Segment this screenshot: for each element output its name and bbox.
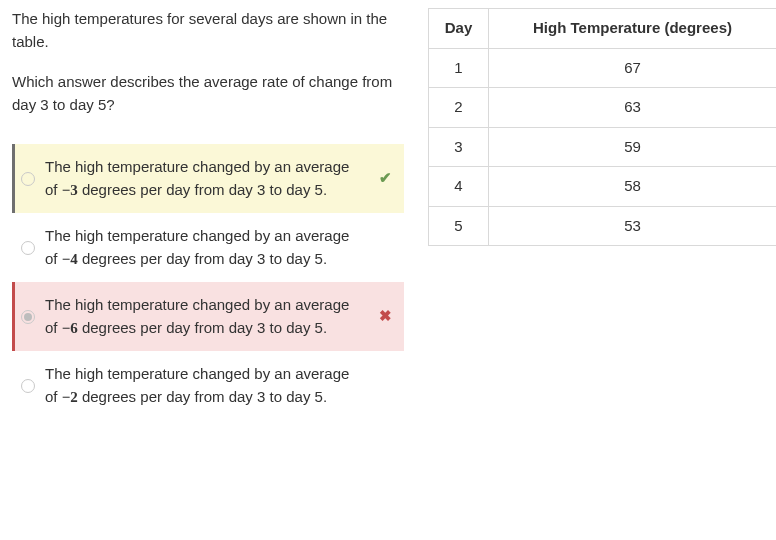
cell-temp: 63 (489, 88, 777, 128)
data-table-panel: Day High Temperature (degrees) 1 67 2 63… (428, 8, 776, 532)
cell-day: 5 (429, 206, 489, 246)
table-row: 2 63 (429, 88, 777, 128)
choice-number: −4 (62, 251, 78, 267)
header-temp: High Temperature (degrees) (489, 9, 777, 49)
radio-icon (21, 241, 35, 255)
choice-text: The high temperature changed by an avera… (45, 294, 366, 339)
choice-text-post: degrees per day from day 3 to day 5. (78, 181, 327, 198)
cross-icon: ✖ (376, 305, 394, 328)
check-icon: ✔ (376, 167, 394, 190)
choice-number: −3 (62, 182, 78, 198)
cell-temp: 59 (489, 127, 777, 167)
cell-day: 2 (429, 88, 489, 128)
choice-text: The high temperature changed by an avera… (45, 363, 366, 408)
radio-icon (21, 172, 35, 186)
temperature-table: Day High Temperature (degrees) 1 67 2 63… (428, 8, 776, 246)
choice-text: The high temperature changed by an avera… (45, 225, 366, 270)
answer-choice-a[interactable]: The high temperature changed by an avera… (12, 144, 404, 213)
table-row: 4 58 (429, 167, 777, 207)
cell-day: 4 (429, 167, 489, 207)
choice-number: −2 (62, 389, 78, 405)
prompt-text: The high temperatures for several days a… (12, 8, 404, 53)
choice-text-post: degrees per day from day 3 to day 5. (78, 319, 327, 336)
radio-icon (21, 379, 35, 393)
cell-temp: 53 (489, 206, 777, 246)
answer-choices: The high temperature changed by an avera… (12, 144, 404, 420)
cell-temp: 58 (489, 167, 777, 207)
table-header-row: Day High Temperature (degrees) (429, 9, 777, 49)
answer-choice-b[interactable]: The high temperature changed by an avera… (12, 213, 404, 282)
answer-choice-d[interactable]: The high temperature changed by an avera… (12, 351, 404, 420)
table-row: 3 59 (429, 127, 777, 167)
answer-choice-c[interactable]: The high temperature changed by an avera… (12, 282, 404, 351)
cell-day: 3 (429, 127, 489, 167)
table-row: 5 53 (429, 206, 777, 246)
question-text: Which answer describes the average rate … (12, 71, 404, 116)
table-row: 1 67 (429, 48, 777, 88)
choice-text-post: degrees per day from day 3 to day 5. (78, 250, 327, 267)
cell-day: 1 (429, 48, 489, 88)
cell-temp: 67 (489, 48, 777, 88)
choice-number: −6 (62, 320, 78, 336)
choice-text-post: degrees per day from day 3 to day 5. (78, 388, 327, 405)
question-panel: The high temperatures for several days a… (12, 8, 404, 532)
choice-text: The high temperature changed by an avera… (45, 156, 366, 201)
radio-icon (21, 310, 35, 324)
header-day: Day (429, 9, 489, 49)
